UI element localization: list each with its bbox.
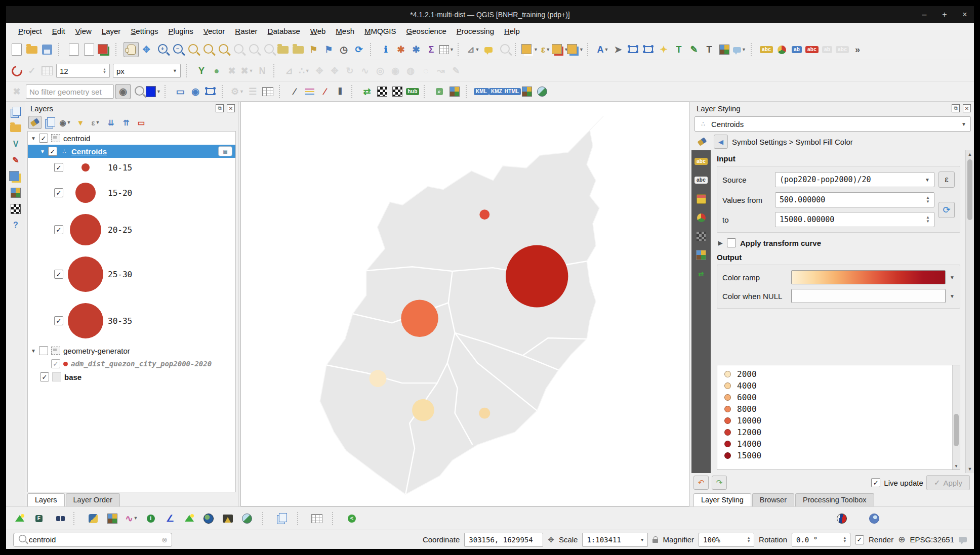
pan-to-selection-icon[interactable]: ✥ [139, 42, 154, 57]
zoom-to-selection-icon[interactable] [199, 42, 215, 57]
class-checkbox[interactable]: ✓ [54, 188, 63, 197]
panel-box-icon[interactable] [260, 84, 275, 99]
pin-labels-icon[interactable]: ➤ [610, 42, 626, 57]
tab-layer-styling[interactable]: Layer Styling [693, 493, 751, 506]
live-update-checkbox[interactable]: ✓ [871, 478, 880, 487]
search-layers-icon[interactable]: ⌕ [432, 84, 447, 99]
menu-vector[interactable]: Vector [198, 25, 230, 37]
messages-icon[interactable] [959, 537, 967, 542]
layer-row-adm-dist[interactable]: ✓ adm_dist_quezon_city_pop2000-2020 [28, 357, 235, 370]
remove-layer-icon[interactable]: ▭ [135, 116, 148, 129]
class-checkbox[interactable]: ✓ [54, 163, 63, 172]
refresh-range-button[interactable]: ⟳ [938, 202, 955, 218]
save-project-icon[interactable] [39, 42, 55, 57]
close-panel-icon[interactable]: ✕ [963, 104, 971, 112]
menu-settings[interactable]: Settings [126, 25, 163, 37]
add-rectangle-icon[interactable]: ▭ [173, 84, 188, 99]
menu-layer[interactable]: Layer [97, 25, 126, 37]
color-null-preview[interactable] [791, 289, 946, 303]
tab-processing-toolbox[interactable]: Processing Toolbox [795, 493, 874, 506]
filter-legend-icon[interactable]: ▼ [74, 116, 87, 129]
undo-button[interactable]: ↶ [693, 476, 709, 490]
select-by-value-icon[interactable]: ▼ [568, 42, 584, 57]
back-button[interactable]: ◀ [714, 135, 728, 149]
dock-checker-icon[interactable] [9, 202, 23, 216]
tab-layers[interactable]: Layers [27, 493, 65, 506]
legend-class-row[interactable]: ✓10-15 [28, 158, 235, 177]
layer-checkbox[interactable]: ✓ [51, 359, 60, 368]
saga-plugin-icon[interactable] [239, 511, 255, 526]
layer-group-centroid[interactable]: ▼ ✓ centroid [28, 132, 235, 145]
html-export-icon[interactable]: HTML [504, 84, 519, 99]
add-table-icon[interactable] [309, 511, 324, 526]
render-checkbox[interactable]: ✓ [855, 535, 864, 544]
manage-visibility-icon[interactable]: ◉▼ [59, 116, 72, 129]
osgeo-tool-icon[interactable] [9, 63, 24, 78]
kmz-export-icon[interactable]: KMZ [489, 84, 504, 99]
legend-class-row[interactable]: ✓15-20 [28, 177, 235, 208]
filter-expression-icon[interactable]: ε▼ [89, 116, 102, 129]
split-tool-icon[interactable]: Y [194, 63, 209, 78]
collapse-icon[interactable]: ▼ [31, 348, 36, 354]
color-ramp-preview[interactable] [791, 270, 946, 284]
diagram-icon[interactable] [774, 42, 789, 57]
deselect-features-icon[interactable]: ▼ [553, 42, 568, 57]
transform-curve-checkbox[interactable] [727, 238, 736, 247]
form-annotation-icon[interactable]: T [702, 42, 717, 57]
blob-tool-icon[interactable]: ● [209, 63, 224, 78]
list-scrollbar[interactable]: ▼ [952, 365, 960, 469]
dock-measure-icon[interactable] [9, 169, 23, 184]
rotate-label-icon[interactable]: ✦ [656, 42, 671, 57]
layer-checkbox[interactable]: ✓ [39, 134, 48, 143]
to-input[interactable]: 15000.000000 ▲▼ [775, 212, 934, 227]
unit-combo[interactable]: px▼ [113, 64, 181, 78]
python-console-icon[interactable] [86, 511, 101, 526]
history-tab-icon[interactable] [694, 249, 708, 261]
run-feature-action-icon[interactable]: ✱ [393, 42, 409, 57]
dem-plugin-icon[interactable] [220, 511, 235, 526]
copy-canvas-icon[interactable] [274, 511, 290, 526]
collapse-icon[interactable]: ▼ [31, 136, 36, 141]
terrain-plugin-icon[interactable] [182, 511, 197, 526]
tab-layer-order[interactable]: Layer Order [66, 493, 120, 506]
zoom-out-icon[interactable]: − [169, 42, 184, 57]
bw-checker2-icon[interactable] [390, 84, 405, 99]
select-features-icon[interactable]: ▼ [523, 42, 538, 57]
class-checkbox[interactable]: ✓ [54, 270, 63, 279]
open-project-icon[interactable] [24, 42, 39, 57]
add-ellipse-icon[interactable]: ◉ [188, 84, 203, 99]
ph-geoportal-icon[interactable] [834, 511, 849, 526]
profile-line-icon[interactable]: ∕ [287, 84, 302, 99]
geometry-filter-input[interactable]: No filter geometry set [26, 84, 114, 99]
curve-label-icon[interactable] [641, 42, 656, 57]
map-tips-icon[interactable] [481, 42, 496, 57]
layer-label[interactable]: Centroids [71, 147, 107, 156]
menu-raster[interactable]: Raster [230, 25, 262, 37]
apply-transform-curve-row[interactable]: ▶ Apply transform curve [718, 235, 960, 251]
callouts-tab-icon[interactable]: abc [694, 174, 708, 186]
bw-checker-icon[interactable] [375, 84, 390, 99]
group-label[interactable]: centroid [63, 134, 90, 143]
temporal-controller-icon[interactable]: ◷ [336, 42, 351, 57]
float-panel-icon[interactable]: ⧉ [216, 104, 224, 112]
kml-export-icon[interactable]: KML [474, 84, 489, 99]
panel-scrollbar[interactable]: ▲▼ [965, 150, 974, 473]
expand-icon[interactable]: ▶ [718, 240, 723, 246]
minimize-button[interactable]: – [920, 10, 928, 19]
apply-button[interactable]: ✓ Apply [926, 475, 970, 490]
dependencies-tab-icon[interactable]: ⇄ [694, 268, 708, 280]
toolbar-overflow-icon[interactable]: » [850, 42, 865, 57]
maximize-button[interactable]: + [941, 10, 949, 19]
filter-visibility-icon[interactable]: ◉ [115, 84, 131, 99]
dock-vector-icon[interactable]: V [9, 137, 23, 151]
globe-plugin-icon[interactable] [201, 511, 216, 526]
zoom-to-layer-icon[interactable] [215, 42, 230, 57]
locator-search-input[interactable]: centroid ⊗ [13, 533, 172, 547]
group-label[interactable]: geometry-generator [63, 347, 130, 355]
redo-button[interactable]: ↷ [712, 476, 727, 490]
layer-label[interactable]: adm_dist_quezon_city_pop2000-2020 [71, 360, 212, 368]
map-notes-icon[interactable] [535, 84, 550, 99]
pan-map-icon[interactable] [124, 42, 139, 57]
dock-help-icon[interactable]: ? [9, 218, 23, 232]
menu-help[interactable]: Help [499, 25, 525, 37]
